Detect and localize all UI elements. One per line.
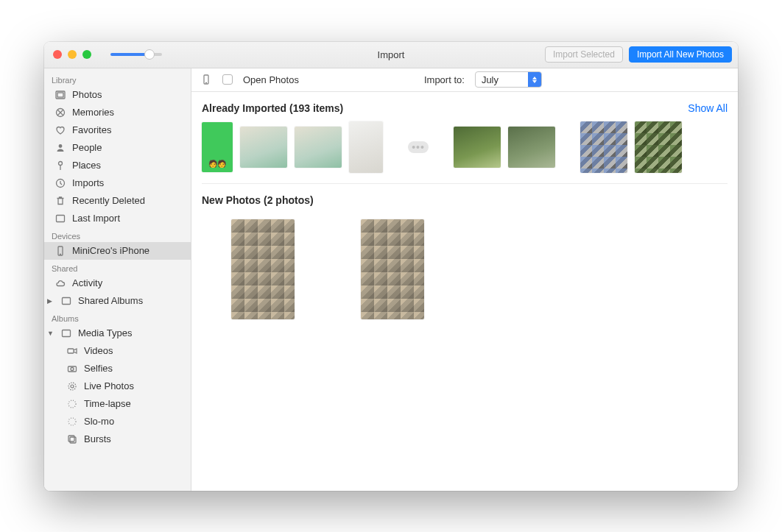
svg-rect-15 <box>63 330 71 336</box>
album-icon <box>60 295 72 307</box>
minimize-icon[interactable] <box>68 50 77 59</box>
photo-thumbnail[interactable]: 🧑🧑 <box>202 122 233 172</box>
svg-rect-5 <box>57 93 63 97</box>
sidebar-item-label: Time-lapse <box>84 398 131 409</box>
show-all-link[interactable]: Show All <box>688 102 728 114</box>
sidebar-item-label: People <box>72 142 102 153</box>
sidebar-item-label: Recently Deleted <box>72 195 145 206</box>
svg-rect-24 <box>70 437 76 443</box>
sidebar-item-bursts[interactable]: Bursts <box>44 430 191 448</box>
live-photo-icon <box>66 380 78 392</box>
sidebar-item-label: Media Types <box>78 327 132 338</box>
sidebar-item-imports[interactable]: Imports <box>44 174 191 192</box>
sidebar-item-label: Bursts <box>84 433 111 444</box>
photo-thumbnail[interactable] <box>349 121 383 173</box>
already-imported-heading: Already Imported (193 items) <box>202 102 343 114</box>
video-icon <box>66 345 78 357</box>
phone-icon <box>54 245 66 257</box>
sidebar-item-last-import[interactable]: Last Import <box>44 210 191 227</box>
sidebar-item-photos[interactable]: Photos <box>44 86 191 104</box>
photo-thumbnail[interactable] <box>295 127 342 168</box>
sidebar-item-label: Favorites <box>72 124 111 135</box>
sidebar-item-shared-albums[interactable]: ▶ Shared Albums <box>44 292 191 310</box>
svg-point-18 <box>71 367 74 370</box>
disclosure-triangle-icon[interactable]: ▶ <box>47 297 54 305</box>
svg-rect-11 <box>57 215 65 221</box>
sidebar-item-activity[interactable]: Activity <box>44 274 191 292</box>
sidebar-section-shared: Shared <box>44 260 191 274</box>
sidebar: Library Photos Memories Favorites People… <box>44 68 191 491</box>
svg-point-20 <box>68 383 76 390</box>
disclosure-triangle-icon[interactable]: ▼ <box>47 330 54 337</box>
svg-rect-16 <box>68 349 74 353</box>
sidebar-item-favorites[interactable]: Favorites <box>44 121 191 139</box>
sidebar-item-selfies[interactable]: Selfies <box>44 360 191 377</box>
svg-point-22 <box>68 418 76 425</box>
import-selected-button: Import Selected <box>545 46 623 63</box>
camera-icon <box>66 363 78 375</box>
photo-thumbnail[interactable] <box>454 127 501 168</box>
phone-icon <box>200 74 212 85</box>
photo-thumbnail[interactable] <box>231 219 295 319</box>
sidebar-item-device-iphone[interactable]: MiniCreo's iPhone <box>44 242 191 260</box>
sidebar-item-people[interactable]: People <box>44 139 191 157</box>
svg-rect-14 <box>63 297 71 304</box>
sidebar-item-live-photos[interactable]: Live Photos <box>44 377 191 395</box>
window-controls <box>53 50 91 59</box>
sidebar-item-label: Imports <box>72 177 104 188</box>
sidebar-item-timelapse[interactable]: Time-lapse <box>44 395 191 413</box>
titlebar: Import Import Selected Import All New Ph… <box>44 42 738 68</box>
sidebar-item-label: Activity <box>72 277 102 288</box>
sidebar-section-albums: Albums <box>44 310 191 324</box>
sidebar-item-label: MiniCreo's iPhone <box>72 245 149 256</box>
import-all-button[interactable]: Import All New Photos <box>629 46 732 63</box>
sidebar-item-slomo[interactable]: Slo-mo <box>44 413 191 430</box>
already-imported-row: 🧑🧑 ••• <box>202 121 728 173</box>
photo-thumbnail[interactable] <box>580 121 627 173</box>
import-toolbar: Open Photos Import to: July <box>191 68 738 92</box>
sidebar-item-recently-deleted[interactable]: Recently Deleted <box>44 192 191 210</box>
chevron-updown-icon <box>528 71 541 88</box>
import-to-select[interactable]: July <box>475 71 542 88</box>
photos-icon <box>54 89 66 101</box>
open-photos-label: Open Photos <box>243 74 299 85</box>
sidebar-item-label: Photos <box>72 89 102 100</box>
svg-point-19 <box>71 385 74 388</box>
content-scroll[interactable]: Already Imported (193 items) Show All 🧑🧑… <box>191 92 738 491</box>
photo-thumbnail[interactable] <box>240 127 287 168</box>
sidebar-item-label: Last Import <box>72 213 120 224</box>
sidebar-item-media-types[interactable]: ▼ Media Types <box>44 324 191 342</box>
zoom-slider[interactable] <box>110 53 162 56</box>
bursts-icon <box>66 433 78 445</box>
sidebar-item-label: Live Photos <box>84 380 134 391</box>
sidebar-item-memories[interactable]: Memories <box>44 104 191 121</box>
close-icon[interactable] <box>53 50 62 59</box>
sidebar-item-places[interactable]: Places <box>44 157 191 174</box>
import-to-label: Import to: <box>424 74 465 85</box>
person-icon <box>54 142 66 154</box>
sidebar-item-videos[interactable]: Videos <box>44 342 191 360</box>
new-photos-row <box>202 213 728 325</box>
sidebar-item-label: Memories <box>72 107 114 118</box>
sidebar-item-label: Slo-mo <box>84 416 114 427</box>
svg-rect-23 <box>68 436 74 441</box>
fullscreen-icon[interactable] <box>82 50 91 59</box>
sidebar-item-label: Places <box>72 160 101 171</box>
photo-thumbnail[interactable] <box>635 121 682 173</box>
photo-thumbnail[interactable] <box>508 127 555 168</box>
sidebar-section-devices: Devices <box>44 227 191 242</box>
svg-point-8 <box>59 161 63 165</box>
photo-thumbnail[interactable] <box>361 219 424 319</box>
sidebar-item-label: Videos <box>84 345 113 356</box>
divider <box>202 183 728 184</box>
memories-icon <box>54 107 66 118</box>
sidebar-item-label: Shared Albums <box>78 295 143 306</box>
toolbar-left <box>105 49 168 60</box>
new-photos-heading: New Photos (2 photos) <box>202 194 314 206</box>
pin-icon <box>54 160 66 171</box>
more-indicator-icon: ••• <box>408 141 429 153</box>
sidebar-section-library: Library <box>44 71 191 86</box>
open-photos-checkbox[interactable] <box>222 74 233 85</box>
heart-icon <box>54 124 66 136</box>
album-icon <box>54 213 66 224</box>
